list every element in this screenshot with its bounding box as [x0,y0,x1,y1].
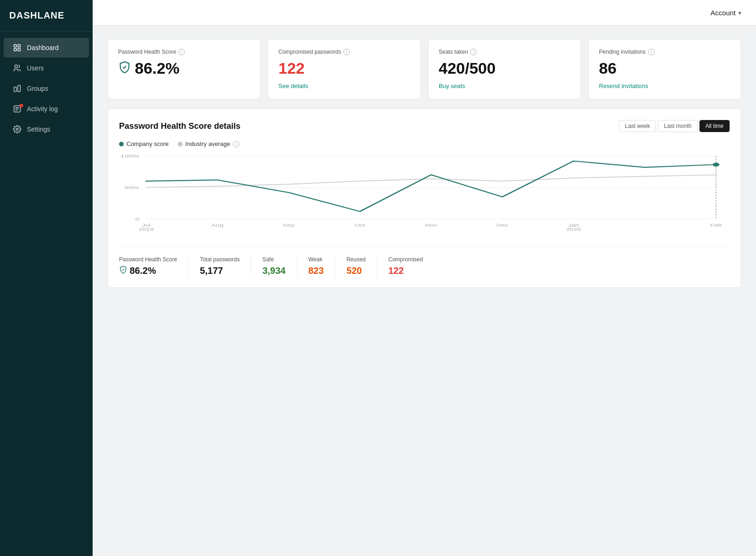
sidebar-item-activity-log[interactable]: Activity log [4,99,89,119]
stat-compromised-label: Compromised [388,256,423,263]
stat-health-value: 86.2% [119,265,177,276]
users-icon [13,64,21,72]
legend-company-label: Company score [126,140,169,147]
sidebar-item-settings[interactable]: Settings [4,120,89,139]
buy-seats-link[interactable]: Buy seats [439,82,570,89]
card-password-health: Password Health Score i 86.2% [107,39,260,99]
cards-row: Password Health Score i 86.2% Comp [107,39,741,99]
svg-text:2020: 2020 [566,227,581,231]
svg-text:Oct: Oct [354,223,365,228]
stat-reused: Reused 520 [335,256,377,276]
stat-compromised-value: 122 [388,265,423,276]
groups-icon [13,84,21,93]
stat-total-label: Total passwords [200,256,239,263]
stat-safe: Safe 3,934 [251,256,297,276]
svg-rect-0 [14,44,16,47]
info-icon-industry[interactable]: i [233,141,239,147]
stat-reused-value: 520 [346,265,365,276]
page-content: Password Health Score i 86.2% Comp [93,26,756,556]
chart-header: Password Health Score details Last week … [119,120,730,132]
stat-health: Password Health Score 86.2% [119,256,189,276]
svg-point-19 [712,163,719,167]
sidebar-item-dashboard[interactable]: Dashboard [4,38,89,57]
card-compromised-label: Compromised passwords i [278,49,410,55]
svg-text:50%: 50% [125,185,140,190]
card-seats-label: Seats taken i [439,49,570,55]
card-password-health-label: Password Health Score i [118,49,250,55]
svg-text:Nov: Nov [425,223,437,228]
shield-icon [118,60,131,77]
svg-text:Sep: Sep [283,223,295,228]
stat-safe-value: 3,934 [262,265,285,276]
all-time-button[interactable]: All time [699,120,730,132]
activity-badge [19,104,23,107]
card-password-health-value: 86.2% [118,60,250,77]
sidebar-nav: Dashboard Users Groups Activity log [0,32,93,556]
industry-dot [178,142,183,146]
chart-legend: Company score Industry average i [119,140,730,147]
sidebar: DASHLANE Dashboard Users Groups Activity… [0,0,93,556]
svg-text:Aug: Aug [211,223,223,228]
stat-safe-label: Safe [262,256,285,263]
sidebar-label-users: Users [27,64,44,72]
sidebar-item-users[interactable]: Users [4,58,89,78]
sidebar-item-groups[interactable]: Groups [4,79,89,98]
stat-weak: Weak 823 [297,256,335,276]
resend-invitations-link[interactable]: Resend invitations [599,82,731,89]
svg-text:100%: 100% [120,154,140,159]
svg-text:0: 0 [135,217,139,222]
chart-svg: 100% 50% 0 [119,152,730,231]
last-week-button[interactable]: Last week [619,120,656,132]
card-seats: Seats taken i 420/500 Buy seats [428,39,581,99]
company-dot [119,142,124,146]
info-icon-health[interactable]: i [178,49,185,55]
legend-industry-label: Industry average [185,140,230,147]
card-seats-value: 420/500 [439,60,570,77]
stat-total-value: 5,177 [200,265,239,276]
account-label: Account [711,9,736,17]
sidebar-label-settings: Settings [27,126,50,133]
main-content: Account ▾ Password Health Score i [93,0,756,556]
svg-text:2019: 2019 [139,227,154,231]
info-icon-seats[interactable]: i [470,49,477,55]
stat-total: Total passwords 5,177 [189,256,251,276]
chart-title: Password Health Score details [119,121,240,131]
card-compromised-value: 122 [278,60,410,77]
stat-compromised: Compromised 122 [377,256,434,276]
svg-point-4 [15,65,18,68]
stat-weak-label: Weak [309,256,324,263]
chart-controls: Last week Last month All time [619,120,730,132]
svg-point-11 [16,128,19,131]
stats-table: Password Health Score 86.2% Total passwo… [119,246,730,276]
svg-rect-1 [18,44,20,47]
card-invitations-value: 86 [599,60,731,77]
stat-weak-value: 823 [309,265,324,276]
chevron-down-icon: ▾ [738,10,741,16]
svg-text:Feb: Feb [710,223,722,228]
card-compromised: Compromised passwords i 122 See details [268,39,421,99]
svg-text:Dec: Dec [496,223,508,228]
logo: DASHLANE [0,0,93,32]
account-button[interactable]: Account ▾ [711,9,741,17]
card-invitations: Pending invitations i 86 Resend invitati… [588,39,741,99]
legend-company: Company score [119,140,169,147]
svg-rect-3 [18,49,20,51]
topbar: Account ▾ [93,0,756,26]
stat-health-label: Password Health Score [119,256,177,263]
shield-stat-icon [119,265,127,276]
dashboard-icon [13,44,21,52]
sidebar-label-dashboard: Dashboard [27,44,59,51]
chart-panel: Password Health Score details Last week … [107,108,741,288]
svg-rect-2 [14,49,16,51]
legend-industry: Industry average i [178,140,239,147]
svg-rect-5 [14,87,16,92]
see-details-link[interactable]: See details [278,82,410,89]
card-invitations-label: Pending invitations i [599,49,731,55]
last-month-button[interactable]: Last month [658,120,697,132]
svg-rect-6 [18,85,20,92]
settings-icon [13,125,21,133]
chart-area: 100% 50% 0 [119,152,730,245]
info-icon-invitations[interactable]: i [648,49,655,55]
info-icon-compromised[interactable]: i [343,49,350,55]
sidebar-label-groups: Groups [27,85,48,92]
